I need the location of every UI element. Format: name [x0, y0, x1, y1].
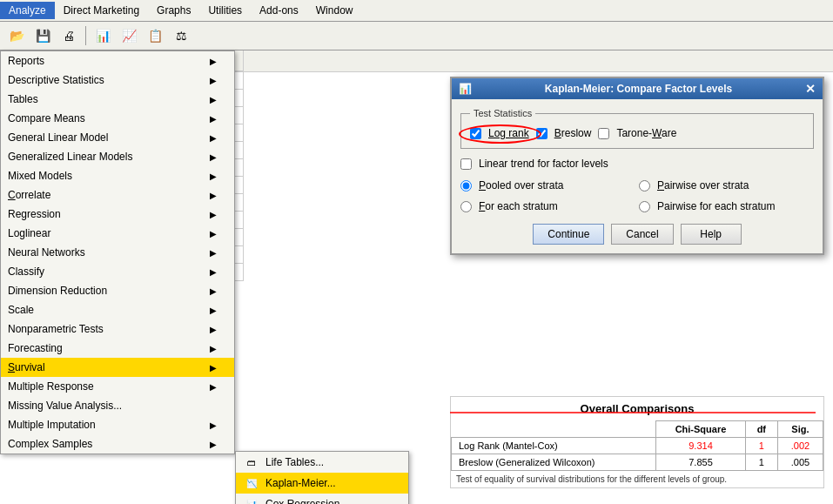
- submenu-cox-regression[interactable]: 📊 Cox Regression...: [236, 494, 408, 504]
- menu-tables[interactable]: Tables▶: [1, 90, 234, 109]
- log-rank-label: Log rank: [488, 127, 529, 139]
- submenu-life-tables[interactable]: 🗃 Life Tables...: [236, 452, 408, 473]
- each-stratum-radio[interactable]: [460, 201, 472, 212]
- table-row: Log Rank (Mantel-Cox) 9.314 1 .002: [452, 438, 823, 454]
- linear-trend-row: Linear trend for factor levels: [460, 158, 814, 170]
- each-stratum-row: For each stratum: [460, 200, 635, 212]
- help-button[interactable]: Help: [681, 224, 742, 245]
- continue-button[interactable]: Continue: [533, 224, 604, 245]
- results-row1-sig: .002: [777, 438, 823, 454]
- toolbar-chart2[interactable]: 📈: [117, 24, 141, 47]
- pairwise-strata-radio[interactable]: [639, 180, 650, 192]
- menubar-direct-marketing[interactable]: Direct Marketing: [55, 2, 148, 19]
- submenu-kaplan-meier[interactable]: 📉 Kaplan-Meier...: [236, 473, 408, 494]
- pairwise-each-radio[interactable]: [639, 201, 650, 212]
- toolbar-table[interactable]: 📋: [143, 24, 167, 47]
- submenu-kaplan-meier-label: Kaplan-Meier...: [265, 477, 336, 489]
- cancel-button[interactable]: Cancel: [611, 224, 673, 245]
- analyze-dropdown: Reports▶ Descriptive Statistics▶ Tables▶…: [0, 50, 235, 454]
- dialog-body: Test Statistics Log rank Breslow Tarone-…: [452, 99, 823, 253]
- cox-regression-icon: 📊: [243, 497, 260, 504]
- each-stratum-label: For each stratum: [479, 200, 558, 212]
- menu-classify[interactable]: Classify▶: [1, 262, 234, 281]
- radio-options: Pooled over strata Pairwise over strata …: [460, 177, 814, 215]
- results-col-chi: Chi-Square: [656, 421, 746, 438]
- kaplan-meier-dialog: 📊 Kaplan-Meier: Compare Factor Levels ✕ …: [450, 77, 824, 255]
- menu-glm[interactable]: General Linear Model▶: [1, 128, 234, 147]
- main-area: 变量 变量 变 1 2 3 4 5 6 7 8 9 10 11 12 Repor…: [0, 50, 833, 504]
- menu-missing-value[interactable]: Missing Value Analysis...: [1, 396, 234, 415]
- menu-genlin[interactable]: Generalized Linear Models▶: [1, 147, 234, 166]
- menu-mixed[interactable]: Mixed Models▶: [1, 166, 234, 185]
- menu-dimension[interactable]: Dimension Reduction▶: [1, 281, 234, 300]
- pooled-radio[interactable]: [460, 180, 472, 192]
- dialog-titlebar: 📊 Kaplan-Meier: Compare Factor Levels ✕: [452, 78, 823, 99]
- toolbar-chart1[interactable]: 📊: [91, 24, 115, 47]
- dialog-close-button[interactable]: ✕: [805, 82, 816, 96]
- linear-trend-checkbox[interactable]: [460, 158, 472, 170]
- table-row: Breslow (Generalized Wilcoxon) 7.855 1 .…: [452, 454, 823, 471]
- results-note: Test of equality of survival distributio…: [451, 471, 823, 487]
- submenu-life-tables-label: Life Tables...: [265, 456, 324, 468]
- menu-correlate[interactable]: Correlate▶: [1, 185, 234, 205]
- menubar-addons[interactable]: Add-ons: [251, 2, 307, 19]
- trend-section: Linear trend for factor levels: [460, 158, 814, 170]
- menubar-window[interactable]: Window: [307, 2, 362, 19]
- menu-neural[interactable]: Neural Networks▶: [1, 243, 234, 262]
- results-row1-df: 1: [745, 438, 777, 454]
- menubar-utilities[interactable]: Utilities: [199, 2, 251, 19]
- results-row1-chi: 9.314: [656, 438, 746, 454]
- menu-scale[interactable]: Scale▶: [1, 300, 234, 319]
- results-col-sig: Sig.: [777, 421, 823, 438]
- pairwise-each-row: Pairwise for each stratum: [639, 200, 814, 212]
- pairwise-strata-row: Pairwise over strata: [639, 179, 814, 192]
- results-area: Overall Comparisons Chi-Square df Sig. L…: [450, 396, 824, 488]
- menu-nonparam[interactable]: Nonparametric Tests▶: [1, 319, 234, 339]
- menu-loglinear[interactable]: Loglinear▶: [1, 224, 234, 243]
- toolbar-scale[interactable]: ⚖: [169, 24, 193, 47]
- toolbar: 📂 💾 🖨 📊 📈 📋 ⚖: [0, 22, 833, 50]
- menu-survival[interactable]: Survival▶: [1, 358, 234, 377]
- linear-trend-label: Linear trend for factor levels: [479, 158, 608, 170]
- results-col-df: df: [745, 421, 777, 438]
- pooled-label: Pooled over strata: [479, 179, 563, 192]
- toolbar-open[interactable]: 📂: [4, 24, 29, 47]
- submenu-cox-regression-label: Cox Regression...: [265, 498, 348, 504]
- results-row2-label: Breslow (Generalized Wilcoxon): [452, 454, 656, 471]
- menu-multiple-response[interactable]: Multiple Response▶: [1, 377, 234, 396]
- log-rank-checkbox[interactable]: [470, 128, 481, 139]
- pairwise-strata-label: Pairwise over strata: [657, 179, 749, 192]
- life-tables-icon: 🗃: [243, 455, 260, 469]
- menu-forecasting[interactable]: Forecasting▶: [1, 339, 234, 358]
- results-title: Overall Comparisons: [451, 397, 823, 420]
- kaplan-meier-icon: 📉: [243, 476, 260, 490]
- survival-submenu: 🗃 Life Tables... 📉 Kaplan-Meier... 📊 Cox…: [235, 451, 409, 504]
- breslow-checkbox[interactable]: [536, 128, 547, 139]
- toolbar-save[interactable]: 💾: [30, 24, 55, 47]
- test-statistics-fieldset: Test Statistics Log rank Breslow Tarone-…: [460, 108, 814, 149]
- test-statistics-legend: Test Statistics: [470, 108, 535, 118]
- menu-complex[interactable]: Complex Samples▶: [1, 434, 234, 454]
- menubar-graphs[interactable]: Graphs: [148, 2, 199, 19]
- toolbar-print[interactable]: 🖨: [57, 24, 81, 47]
- menubar-analyze[interactable]: Analyze: [0, 2, 55, 19]
- dialog-buttons: Continue Cancel Help: [460, 224, 814, 245]
- menu-reports[interactable]: Reports▶: [1, 51, 234, 71]
- results-row1-label: Log Rank (Mantel-Cox): [452, 438, 656, 454]
- log-rank-row: Log rank Breslow Tarone-Ware: [470, 127, 804, 139]
- results-table: Chi-Square df Sig. Log Rank (Mantel-Cox)…: [451, 420, 823, 471]
- pooled-radio-row: Pooled over strata: [460, 179, 635, 192]
- tarone-ware-checkbox[interactable]: [598, 128, 609, 139]
- menubar: Analyze Direct Marketing Graphs Utilitie…: [0, 0, 833, 22]
- menu-multiple-imputation[interactable]: Multiple Imputation▶: [1, 415, 234, 434]
- breslow-label: Breslow: [554, 127, 592, 139]
- results-row2-chi: 7.855: [656, 454, 746, 471]
- menu-descriptive[interactable]: Descriptive Statistics▶: [1, 71, 234, 90]
- dialog-title: Kaplan-Meier: Compare Factor Levels: [545, 83, 732, 95]
- menu-regression[interactable]: Regression▶: [1, 205, 234, 224]
- menu-compare-means[interactable]: Compare Means▶: [1, 109, 234, 128]
- pairwise-each-label: Pairwise for each stratum: [657, 200, 775, 212]
- toolbar-separator: [85, 26, 86, 45]
- results-col-empty: [452, 421, 656, 438]
- dialog-title-icon: 📊: [459, 83, 472, 95]
